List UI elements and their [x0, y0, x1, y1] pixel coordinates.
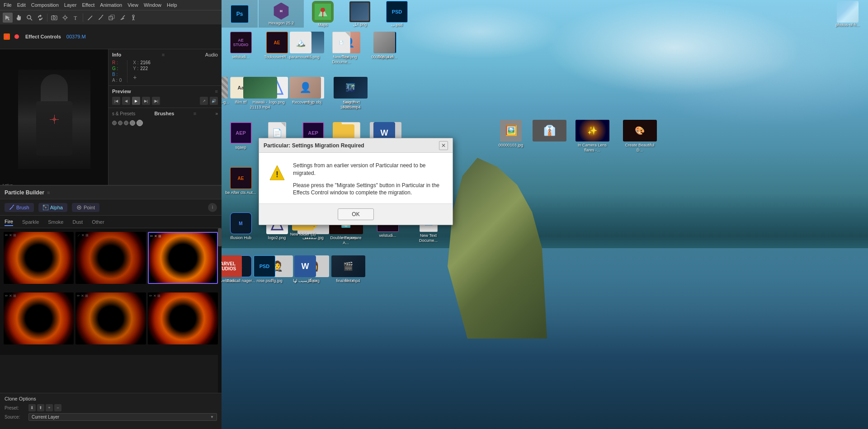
warning-icon: !: [268, 164, 286, 184]
dialog-close-button[interactable]: ✕: [439, 141, 448, 150]
ok-button-label: OK: [352, 211, 359, 217]
dialog-footer: OK: [259, 203, 453, 225]
dialog-body: ! Settings from an earlier version of Pa…: [259, 153, 453, 203]
dialog-main-text: Settings from an earlier version of Part…: [293, 162, 443, 177]
dialog-content: ! Settings from an earlier version of Pa…: [268, 162, 443, 197]
close-x-icon: ✕: [441, 142, 446, 149]
warning-triangle-svg: !: [268, 164, 286, 182]
ok-button[interactable]: OK: [338, 208, 374, 220]
dialog-sub-text: Please press the "Migrate Settings" butt…: [293, 182, 443, 197]
dialog-title-bar: Particular: Settings Migration Required …: [259, 138, 453, 153]
settings-migration-dialog: Particular: Settings Migration Required …: [259, 138, 453, 225]
svg-text:!: !: [276, 170, 278, 179]
dialog-overlay: Particular: Settings Migration Required …: [0, 0, 868, 429]
dialog-title: Particular: Settings Migration Required: [264, 142, 364, 149]
dialog-message: Settings from an earlier version of Part…: [293, 162, 443, 197]
